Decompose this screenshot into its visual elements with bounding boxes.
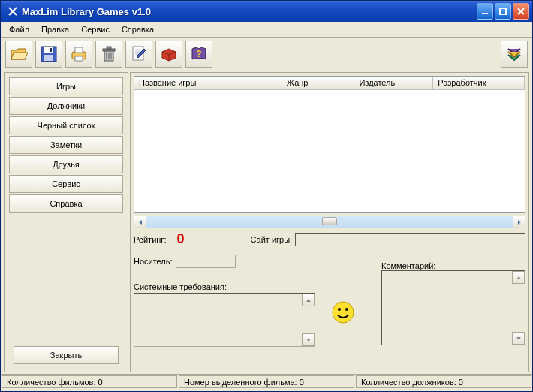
status-selected: Номер выделенного фильма: 0 <box>179 375 354 388</box>
menubar: Файл Правка Сервис Справка <box>1 22 532 38</box>
svg-rect-3 <box>44 47 53 53</box>
help-button[interactable]: ? <box>185 41 212 68</box>
h-scrollbar[interactable] <box>134 216 525 228</box>
open-button[interactable] <box>5 41 32 68</box>
comment-scrollbar[interactable] <box>512 271 525 345</box>
delete-button[interactable] <box>95 41 122 68</box>
scroll-thumb[interactable] <box>322 217 337 225</box>
col-genre[interactable]: Жанр <box>282 77 355 90</box>
svg-rect-4 <box>44 55 53 61</box>
logo-button[interactable] <box>501 41 528 68</box>
window-title: MaxLim Library Games v1.0 <box>22 6 477 17</box>
sysreq-scrollbar[interactable] <box>302 294 315 346</box>
media-field[interactable] <box>176 255 236 268</box>
comment-textarea[interactable] <box>381 270 525 345</box>
svg-point-20 <box>333 302 354 323</box>
sysreq-textarea[interactable] <box>134 293 315 347</box>
col-publisher[interactable]: Издатель <box>354 77 433 90</box>
scroll-left-icon[interactable] <box>134 216 146 228</box>
svg-point-22 <box>345 308 348 311</box>
close-window-button[interactable] <box>513 3 529 20</box>
site-field[interactable] <box>295 233 525 246</box>
scroll-down-icon[interactable] <box>512 332 525 345</box>
scroll-down-icon[interactable] <box>302 333 315 346</box>
table-body[interactable] <box>134 90 525 212</box>
note-button[interactable] <box>125 41 152 68</box>
menu-file[interactable]: Файл <box>4 23 35 35</box>
statusbar: Колличество фильмов: 0 Номер выделенного… <box>1 374 532 389</box>
site-label: Сайт игры: <box>250 235 292 244</box>
svg-point-21 <box>338 308 341 311</box>
app-icon <box>7 5 19 17</box>
scroll-up-icon[interactable] <box>302 294 315 306</box>
status-films: Колличество фильмов: 0 <box>2 375 177 388</box>
svg-rect-8 <box>75 56 83 61</box>
menu-help[interactable]: Справка <box>116 23 159 35</box>
titlebar: MaxLim Library Games v1.0 <box>1 1 532 22</box>
save-button[interactable] <box>35 41 62 68</box>
menu-edit[interactable]: Правка <box>36 23 74 35</box>
sidebar-item-blacklist[interactable]: Черный список <box>9 116 123 134</box>
maximize-button[interactable] <box>495 3 511 20</box>
svg-rect-11 <box>107 47 111 49</box>
sidebar-item-debtors[interactable]: Должники <box>9 97 123 115</box>
details-pane: Рейтинг: 0 Сайт игры: Носитель: Системны… <box>134 231 525 369</box>
close-button[interactable]: Закрыть <box>14 346 119 364</box>
scroll-right-icon[interactable] <box>513 216 525 228</box>
col-name[interactable]: Название игры <box>134 77 282 90</box>
rating-value: 0 <box>176 231 184 247</box>
sidebar-item-help[interactable]: Справка <box>9 194 123 213</box>
comment-label: Комментарий: <box>381 261 435 270</box>
svg-text:?: ? <box>196 49 201 59</box>
rating-label: Рейтинг: <box>134 235 166 244</box>
sidebar: Игры Должники Черный список Заметки Друз… <box>4 72 128 372</box>
status-debtors: Колличество должников: 0 <box>356 375 531 388</box>
sidebar-item-service[interactable]: Сервис <box>9 175 123 193</box>
menu-service[interactable]: Сервис <box>76 23 115 35</box>
minimize-button[interactable] <box>477 3 493 20</box>
smiley-icon <box>331 300 355 324</box>
svg-rect-5 <box>50 48 52 52</box>
scroll-up-icon[interactable] <box>512 271 525 284</box>
print-button[interactable] <box>65 41 92 68</box>
svg-rect-7 <box>75 47 83 53</box>
media-label: Носитель: <box>134 257 173 266</box>
col-developer[interactable]: Разработчик <box>433 77 525 90</box>
sidebar-item-friends[interactable]: Друзья <box>9 155 123 173</box>
sidebar-item-games[interactable]: Игры <box>9 77 123 95</box>
svg-rect-0 <box>482 13 488 14</box>
sysreq-label: Системные требования: <box>134 282 227 291</box>
box-button[interactable] <box>155 41 182 68</box>
svg-rect-1 <box>500 8 506 14</box>
sidebar-item-notes[interactable]: Заметки <box>9 136 123 154</box>
games-table[interactable]: Название игры Жанр Издатель Разработчик <box>134 76 525 213</box>
content-panel: Название игры Жанр Издатель Разработчик … <box>130 72 529 372</box>
toolbar: ? <box>1 38 532 71</box>
